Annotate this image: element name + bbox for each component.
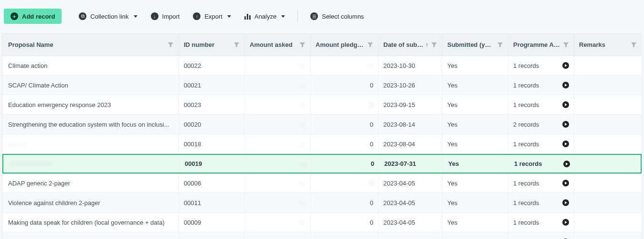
cell-name: ———————	[3, 155, 180, 173]
cell-name: SCAP/ Climate Action	[2, 76, 179, 95]
cell-date: 2023-04-05	[379, 174, 443, 193]
expand-play-icon[interactable]	[562, 121, 569, 128]
add-record-button[interactable]: + Add record	[4, 9, 62, 24]
filter-icon[interactable]	[431, 42, 437, 48]
table-row[interactable]: Education generic 2-pager00004—02023-04-…	[2, 232, 642, 239]
cell-asked: —	[245, 95, 311, 114]
cell-pledged-value: 0	[370, 121, 373, 128]
table-row[interactable]: Climate action00022——2023-10-30Yes1 reco…	[2, 56, 642, 76]
cell-pledged: 0	[311, 174, 379, 193]
expand-play-icon[interactable]	[562, 82, 569, 88]
cell-submitted: Yes	[443, 174, 508, 193]
table-row[interactable]: Violence against children 2-pager00011—0…	[2, 193, 642, 213]
cell-date: 2023-07-31	[380, 155, 443, 173]
expand-play-icon[interactable]	[562, 141, 569, 147]
separator	[297, 10, 298, 22]
chevron-down-icon	[227, 15, 231, 18]
cell-remarks	[574, 134, 642, 153]
table-row[interactable]: ———————00019—02023-07-31Yes1 records	[2, 154, 642, 174]
export-button[interactable]: ↑ Export	[186, 9, 238, 24]
cell-date-value: 2023-04-05	[383, 219, 415, 226]
cell-date: 2023-10-26	[379, 76, 443, 95]
col-header-date[interactable]: Date of submi... ↑	[379, 34, 443, 55]
cell-remarks	[574, 213, 642, 232]
cell-asked-value: —	[299, 121, 306, 128]
cell-id: 00020	[179, 115, 245, 134]
filter-icon[interactable]	[563, 42, 569, 48]
cell-pledged: 0	[311, 213, 379, 232]
cell-date-value: 2023-08-04	[383, 141, 415, 148]
cell-programme: 1 records	[508, 193, 574, 212]
cell-programme: 1 records	[508, 134, 574, 153]
table-row[interactable]: Education emergency response 202300023—0…	[2, 95, 642, 115]
col-header-id[interactable]: ID number	[179, 34, 245, 55]
cell-programme-value: 2 records	[513, 121, 539, 128]
columns-icon: ☰	[310, 12, 318, 20]
cell-pledged: 0	[311, 76, 379, 95]
col-header-label: Submitted (yes...	[447, 41, 494, 48]
cell-programme: 1 records	[508, 232, 574, 239]
cell-remarks	[574, 115, 642, 134]
cell-submitted: Yes	[443, 232, 508, 239]
cell-pledged-value: 0	[370, 141, 373, 148]
cell-name: Making data speak for children (local go…	[2, 213, 179, 232]
cell-pledged-value: —	[367, 62, 373, 69]
cell-id: 00011	[179, 193, 245, 212]
cell-asked-value: —	[299, 101, 306, 109]
analyze-button[interactable]: Analyze	[238, 9, 292, 24]
select-columns-button[interactable]: ☰ Select columns	[304, 9, 370, 24]
cell-id: 00023	[179, 95, 245, 114]
import-button[interactable]: ↓ Import	[144, 9, 187, 24]
table-row[interactable]: Strengthening the education system with …	[2, 115, 642, 134]
col-header-name[interactable]: Proposal Name	[2, 34, 179, 55]
cell-name: ———	[2, 134, 179, 153]
table-row[interactable]: SCAP/ Climate Action00021—02023-10-26Yes…	[2, 76, 642, 95]
plus-icon: +	[11, 12, 18, 20]
cell-asked: —	[245, 56, 311, 75]
filter-icon[interactable]	[168, 42, 174, 48]
import-label: Import	[162, 13, 180, 20]
cell-programme-value: 1 records	[513, 82, 539, 89]
cell-id-value: 00009	[184, 219, 201, 226]
cell-submitted-value: Yes	[447, 121, 457, 128]
col-header-label: Proposal Name	[8, 41, 165, 48]
cell-asked: —	[245, 232, 311, 239]
col-header-asked[interactable]: Amount asked	[245, 34, 311, 55]
filter-icon[interactable]	[367, 42, 373, 48]
expand-play-icon[interactable]	[563, 161, 570, 167]
filter-icon[interactable]	[497, 42, 503, 48]
table-row[interactable]: Making data speak for children (local go…	[2, 213, 642, 232]
cell-name: ADAP generic 2-pager	[2, 174, 179, 193]
cell-id-value: 00018	[184, 141, 201, 148]
expand-play-icon[interactable]	[562, 199, 569, 206]
cell-name: Strengthening the education system with …	[2, 115, 179, 134]
collection-link-button[interactable]: ⧉ Collection link	[72, 9, 144, 24]
cell-name: Education emergency response 2023	[2, 95, 179, 114]
cell-name-value: Strengthening the education system with …	[8, 121, 169, 128]
filter-icon[interactable]	[631, 42, 637, 48]
table-row[interactable]: ———00018—02023-08-04Yes1 records	[2, 134, 642, 154]
expand-play-icon[interactable]	[562, 62, 569, 69]
cell-date-value: 2023-07-31	[384, 160, 416, 167]
filter-icon[interactable]	[299, 42, 306, 48]
data-table: Proposal Name ID number Amount asked Amo…	[2, 33, 642, 239]
expand-play-icon[interactable]	[562, 180, 569, 186]
col-header-remarks[interactable]: Remarks	[574, 34, 642, 55]
col-header-submitted[interactable]: Submitted (yes...	[443, 34, 508, 55]
expand-play-icon[interactable]	[562, 219, 569, 226]
filter-icon[interactable]	[233, 42, 240, 48]
cell-date-value: 2023-08-14	[383, 121, 415, 128]
cell-remarks	[574, 174, 642, 193]
cell-asked-value: —	[299, 62, 306, 69]
expand-play-icon[interactable]	[562, 101, 569, 108]
cell-name-value: Climate action	[8, 62, 47, 69]
cell-programme: 1 records	[508, 76, 574, 95]
table-row[interactable]: ADAP generic 2-pager00006—02023-04-05Yes…	[2, 174, 642, 193]
cell-programme-value: 1 records	[513, 180, 539, 187]
col-header-programme[interactable]: Programme Area	[508, 34, 574, 55]
sort-asc-icon[interactable]: ↑	[425, 42, 428, 48]
cell-pledged-value: 0	[370, 199, 373, 206]
col-header-pledged[interactable]: Amount pledged	[311, 34, 379, 55]
col-header-label: Date of submi...	[383, 41, 423, 48]
cell-programme: 1 records	[509, 155, 575, 173]
